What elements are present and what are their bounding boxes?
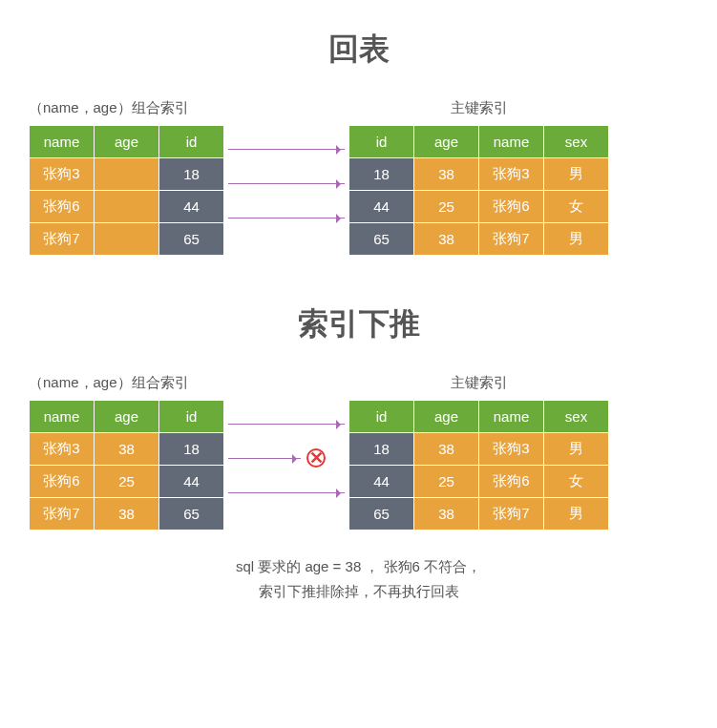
- cell-age: 38: [414, 158, 479, 191]
- table-row: 张狗6 44: [30, 191, 224, 223]
- cell-age: 38: [414, 498, 479, 530]
- cross-icon: ✕: [306, 448, 326, 468]
- cell-name: 张狗7: [30, 223, 95, 256]
- table-row: 张狗7 38 65: [30, 498, 224, 530]
- cell-sex: 男: [544, 498, 609, 530]
- col-id: id: [349, 401, 414, 433]
- left-table-block: （name，age）组合索引 name age id 张狗3 18 张狗6 44: [29, 99, 224, 256]
- cell-name: 张狗3: [30, 433, 95, 466]
- cell-id: 65: [349, 498, 414, 530]
- cell-id: 65: [159, 498, 224, 530]
- primary-index-table-2: id age name sex 18 38 张狗3 男 44 25 张狗6 女: [348, 400, 609, 530]
- col-age: age: [414, 401, 479, 433]
- table-header-row: name age id: [30, 401, 224, 433]
- col-name: name: [479, 126, 544, 158]
- cell-id: 44: [349, 466, 414, 498]
- table-row: 18 38 张狗3 男: [349, 433, 609, 466]
- cell-name: 张狗3: [479, 158, 544, 191]
- table-row: 张狗3 18: [30, 158, 224, 191]
- left-caption-2: （name，age）组合索引: [29, 374, 224, 392]
- cell-age: 38: [95, 498, 159, 530]
- cell-id: 44: [349, 191, 414, 223]
- cell-age: 38: [95, 433, 159, 466]
- cell-id: 65: [159, 223, 224, 256]
- cell-id: 65: [349, 223, 414, 256]
- footer-line1: sql 要求的 age = 38 ， 张狗6 不符合，: [236, 558, 481, 574]
- cell-name: 张狗7: [479, 223, 544, 256]
- right-table-block: 主键索引 id age name sex 18 38 张狗3 男 44 25: [348, 374, 609, 530]
- cell-age: 25: [414, 191, 479, 223]
- col-name: name: [30, 126, 95, 158]
- table-row: 张狗6 25 44: [30, 466, 224, 498]
- col-sex: sex: [544, 401, 609, 433]
- section-back-to-table: 回表 （name，age）组合索引 name age id 张狗3 18 张狗6…: [29, 29, 688, 256]
- cell-sex: 女: [544, 466, 609, 498]
- col-name: name: [30, 401, 95, 433]
- cell-age: 25: [95, 466, 159, 498]
- cell-age: 25: [414, 466, 479, 498]
- col-age: age: [95, 126, 159, 158]
- cell-sex: 男: [544, 433, 609, 466]
- cell-age: [95, 158, 159, 191]
- cell-name: 张狗7: [479, 498, 544, 530]
- arrow-icon: [228, 218, 345, 218]
- table-header-row: id age name sex: [349, 126, 609, 158]
- arrow-icon: [228, 183, 345, 184]
- cell-age: 38: [414, 223, 479, 256]
- cell-name: 张狗6: [30, 191, 95, 223]
- col-id: id: [159, 126, 224, 158]
- section2-title: 索引下推: [29, 303, 688, 345]
- cell-sex: 男: [544, 158, 609, 191]
- table-header-row: id age name sex: [349, 401, 609, 433]
- col-name: name: [479, 401, 544, 433]
- table-row: 65 38 张狗7 男: [349, 223, 609, 256]
- cell-id: 44: [159, 191, 224, 223]
- col-id: id: [349, 126, 414, 158]
- table-row: 44 25 张狗6 女: [349, 191, 609, 223]
- cell-name: 张狗6: [30, 466, 95, 498]
- cell-age: [95, 223, 159, 256]
- cell-sex: 男: [544, 223, 609, 256]
- col-age: age: [414, 126, 479, 158]
- arrow-icon: [228, 424, 345, 425]
- cell-id: 18: [349, 433, 414, 466]
- cell-name: 张狗6: [479, 191, 544, 223]
- footer-note: sql 要求的 age = 38 ， 张狗6 不符合， 索引下推排除掉，不再执行…: [29, 554, 688, 603]
- table-row: 18 38 张狗3 男: [349, 158, 609, 191]
- cell-name: 张狗7: [30, 498, 95, 530]
- table-row: 张狗7 65: [30, 223, 224, 256]
- cell-id: 44: [159, 466, 224, 498]
- right-table-block: 主键索引 id age name sex 18 38 张狗3 男 44 25: [348, 99, 609, 256]
- cell-age: 38: [414, 433, 479, 466]
- arrow-icon: [228, 149, 345, 150]
- cell-id: 18: [349, 158, 414, 191]
- cell-id: 18: [159, 158, 224, 191]
- cell-name: 张狗6: [479, 466, 544, 498]
- arrow-rejected-icon: [228, 458, 301, 459]
- col-id: id: [159, 401, 224, 433]
- cell-name: 张狗3: [479, 433, 544, 466]
- section-index-pushdown: 索引下推 （name，age）组合索引 name age id 张狗3 38 1…: [29, 303, 688, 603]
- left-table-block: （name，age）组合索引 name age id 张狗3 38 18 张狗6…: [29, 374, 224, 530]
- cell-sex: 女: [544, 191, 609, 223]
- arrow-icon: [228, 492, 345, 493]
- table-row: 44 25 张狗6 女: [349, 466, 609, 498]
- table-row: 张狗3 38 18: [30, 433, 224, 466]
- table-header-row: name age id: [30, 126, 224, 158]
- cell-age: [95, 191, 159, 223]
- cell-name: 张狗3: [30, 158, 95, 191]
- section1-title: 回表: [29, 29, 688, 71]
- col-sex: sex: [544, 126, 609, 158]
- primary-index-table-1: id age name sex 18 38 张狗3 男 44 25 张狗6 女: [348, 125, 609, 256]
- composite-index-table-2: name age id 张狗3 38 18 张狗6 25 44 张狗7 38: [29, 400, 224, 530]
- left-caption-1: （name，age）组合索引: [29, 99, 224, 117]
- composite-index-table-1: name age id 张狗3 18 张狗6 44 张狗7 65: [29, 125, 224, 256]
- col-age: age: [95, 401, 159, 433]
- table-row: 65 38 张狗7 男: [349, 498, 609, 530]
- cell-id: 18: [159, 433, 224, 466]
- right-caption-1: 主键索引: [348, 99, 609, 117]
- footer-line2: 索引下推排除掉，不再执行回表: [259, 583, 459, 599]
- right-caption-2: 主键索引: [348, 374, 609, 392]
